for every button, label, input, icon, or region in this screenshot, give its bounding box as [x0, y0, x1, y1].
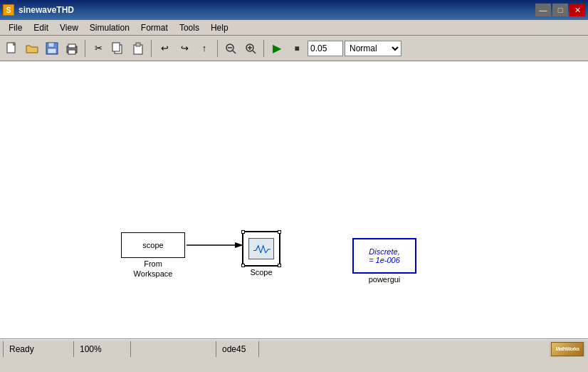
menu-format[interactable]: Format — [135, 21, 174, 34]
mathworks-logo: MathWorks — [551, 342, 584, 356]
from-workspace-label1: scope — [142, 241, 163, 249]
scope-waveform — [252, 244, 272, 253]
zoom-in-button[interactable] — [241, 39, 260, 58]
logo-text: MathWorks — [555, 346, 579, 351]
simulation-time-input[interactable] — [308, 41, 343, 56]
svg-rect-8 — [112, 43, 120, 51]
separator-1 — [85, 40, 85, 57]
status-solver: ode45 — [216, 341, 259, 357]
status-zoom: 100% — [74, 341, 131, 357]
toolbar: ✂ ↩ ↪ ↑ ▶ ■ Normal Accelerator Rapid Acc… — [0, 36, 588, 61]
status-empty — [131, 341, 216, 357]
separator-2 — [151, 40, 152, 57]
title-text: sinewaveTHD — [19, 5, 74, 15]
svg-rect-2 — [48, 43, 54, 47]
up-button[interactable]: ↑ — [195, 39, 214, 58]
maximize-button[interactable]: □ — [552, 4, 568, 16]
menu-tools[interactable]: Tools — [174, 21, 205, 34]
simulation-mode-select[interactable]: Normal Accelerator Rapid Accelerator — [345, 41, 401, 56]
menu-view[interactable]: View — [54, 21, 84, 34]
minimize-button[interactable]: — — [535, 4, 551, 16]
svg-line-12 — [233, 51, 236, 53]
title-left: S sinewaveTHD — [3, 4, 74, 16]
svg-rect-10 — [136, 43, 140, 46]
menu-file[interactable]: File — [3, 21, 28, 34]
menu-edit[interactable]: Edit — [28, 21, 54, 34]
connection-arrow — [187, 238, 243, 252]
close-button[interactable]: ✕ — [569, 4, 585, 16]
title-bar: S sinewaveTHD — □ ✕ — [0, 0, 588, 20]
status-bar: Ready 100% ode45 MathWorks — [0, 339, 588, 358]
handle-tl — [241, 230, 245, 234]
canvas-area: scope From Workspace Scope Discrete, = 1… — [0, 61, 588, 339]
copy-button[interactable] — [109, 39, 127, 58]
stop-button[interactable]: ■ — [288, 39, 306, 58]
app-icon: S — [3, 4, 14, 16]
from-workspace-block[interactable]: scope — [121, 232, 185, 258]
window-controls: — □ ✕ — [535, 4, 585, 16]
new-button[interactable] — [3, 39, 21, 58]
scope-label: Scope — [250, 268, 272, 277]
svg-rect-3 — [48, 48, 56, 53]
cut-button[interactable]: ✂ — [89, 39, 107, 58]
separator-4 — [263, 40, 264, 57]
scope-group[interactable]: Scope — [242, 231, 280, 277]
powergui-line2: = 1e-006 — [369, 256, 400, 264]
save-button[interactable] — [43, 39, 61, 58]
zoom-out-button[interactable] — [221, 39, 240, 58]
play-button[interactable]: ▶ — [268, 39, 286, 58]
powergui-line1: Discrete, — [369, 247, 399, 256]
scope-screen — [248, 238, 274, 259]
undo-button[interactable]: ↩ — [155, 39, 174, 58]
menu-help[interactable]: Help — [205, 21, 234, 34]
from-workspace-group[interactable]: scope From Workspace — [121, 232, 185, 278]
powergui-group[interactable]: Discrete, = 1e-006 powergui — [352, 238, 416, 284]
handle-bl — [241, 264, 245, 267]
from-workspace-label2: From — [144, 259, 162, 268]
menu-bar: File Edit View Simulation Format Tools H… — [0, 20, 588, 36]
print-button[interactable] — [63, 39, 81, 58]
status-logo: MathWorks — [550, 341, 585, 357]
redo-button[interactable]: ↪ — [175, 39, 194, 58]
svg-line-15 — [253, 51, 256, 53]
handle-tr — [278, 230, 281, 234]
menu-simulation[interactable]: Simulation — [84, 21, 135, 34]
scope-block[interactable] — [242, 231, 280, 267]
powergui-label: powergui — [369, 275, 401, 284]
from-workspace-label3: Workspace — [134, 269, 173, 278]
status-ready: Ready — [3, 341, 74, 357]
app-icon-letter: S — [6, 6, 11, 14]
open-button[interactable] — [23, 39, 41, 58]
separator-3 — [217, 40, 218, 57]
handle-br — [278, 264, 281, 267]
svg-rect-6 — [68, 50, 75, 54]
paste-button[interactable] — [129, 39, 147, 58]
powergui-block[interactable]: Discrete, = 1e-006 — [352, 238, 416, 274]
svg-rect-5 — [68, 44, 75, 48]
